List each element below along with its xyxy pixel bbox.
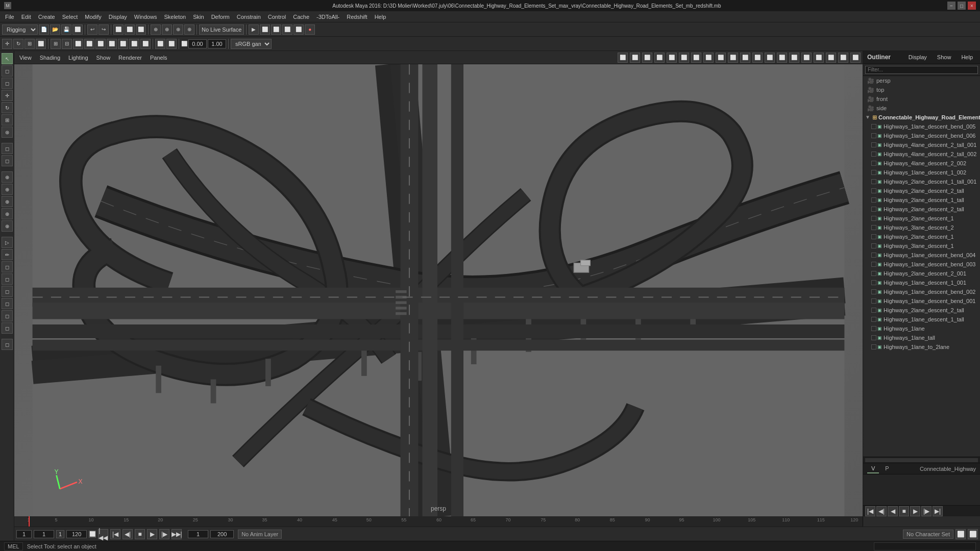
menu-display[interactable]: Display xyxy=(106,13,130,21)
arc-tool[interactable]: ◻ xyxy=(2,310,13,321)
show-manip[interactable]: ◻ xyxy=(2,155,13,166)
soft-sel[interactable]: ◻ xyxy=(2,143,13,154)
render4-btn[interactable]: ⬜ xyxy=(293,24,304,35)
menu-skeleton[interactable]: Skeleton xyxy=(161,13,189,21)
vp-icon10[interactable]: ⬜ xyxy=(728,53,738,63)
vp-menu-view[interactable]: View xyxy=(16,54,35,62)
menu-modify[interactable]: Modify xyxy=(82,13,104,21)
vp-menu-shading[interactable]: Shading xyxy=(37,54,63,62)
select-tool[interactable]: ↖ xyxy=(2,53,13,64)
outliner-item-12[interactable]: ▣ Highways_2lane_descent_1 xyxy=(863,232,980,241)
goto-start-btn[interactable]: |◀◀ xyxy=(98,529,108,539)
outliner-item-1[interactable]: ▣ Highways_1lane_descent_bend_006 xyxy=(863,131,980,140)
vis-btn-1[interactable] xyxy=(871,133,876,138)
outliner-item-14[interactable]: ▣ Highways_1lane_descent_bend_004 xyxy=(863,251,980,260)
vp-icon18[interactable]: ⬜ xyxy=(826,53,836,63)
vp-shaded-btn[interactable]: ⬜ xyxy=(73,39,83,49)
snap1-btn[interactable]: ⊕ xyxy=(151,24,161,35)
outliner-item-9[interactable]: ▣ Highways_2lane_descent_2_tall xyxy=(863,205,980,214)
vis-btn-3[interactable] xyxy=(871,152,876,157)
rotate-tool-btn[interactable]: ↻ xyxy=(13,39,23,49)
next-frame-btn[interactable]: |▶ xyxy=(921,506,932,516)
menu-deform[interactable]: Deform xyxy=(208,13,233,21)
command-input[interactable] xyxy=(874,542,976,550)
vp-pts-btn[interactable]: ⬜ xyxy=(107,39,117,49)
vis-btn-12[interactable] xyxy=(871,234,876,239)
vp-icon7[interactable]: ⬜ xyxy=(691,53,701,63)
start-frame-input[interactable] xyxy=(34,530,54,538)
prev-key-btn[interactable]: |◀ xyxy=(865,506,875,516)
snap4-btn[interactable]: ⊕ xyxy=(184,24,194,35)
menu-edit[interactable]: Edit xyxy=(18,13,34,21)
vp-icon5[interactable]: ⬜ xyxy=(667,53,677,63)
mel-indicator[interactable]: MEL xyxy=(4,542,23,550)
exposure-val[interactable] xyxy=(188,39,207,48)
vp-menu-renderer[interactable]: Renderer xyxy=(115,54,145,62)
vis-btn-20[interactable] xyxy=(871,308,876,313)
vp-icon3[interactable]: ⬜ xyxy=(642,53,652,63)
create-ep[interactable]: ◻ xyxy=(2,298,13,309)
save-as-btn[interactable]: ⬜ xyxy=(72,24,83,35)
minimize-btn[interactable]: − xyxy=(947,2,955,10)
maximize-btn[interactable]: □ xyxy=(958,2,966,10)
lasso-tool[interactable]: ◻ xyxy=(2,65,13,77)
vp-icon8[interactable]: ⬜ xyxy=(703,53,714,63)
vp-menu-show[interactable]: Show xyxy=(93,54,114,62)
vis-btn-13[interactable] xyxy=(871,243,876,248)
vis-btn-16[interactable] xyxy=(871,271,876,276)
outliner-item-19[interactable]: ▣ Highways_1lane_descent_bend_001 xyxy=(863,296,980,306)
close-btn[interactable]: × xyxy=(968,2,976,10)
paint-sel-tool[interactable]: ◻ xyxy=(2,78,13,89)
vp-menu-panels[interactable]: Panels xyxy=(147,54,170,62)
menu-cache[interactable]: Cache xyxy=(290,13,312,21)
snap-curve[interactable]: ⊕ xyxy=(2,184,13,195)
vis-btn-0[interactable] xyxy=(871,124,876,129)
render-btn[interactable]: ▶ xyxy=(249,24,259,35)
vp-ao-btn[interactable]: ⬜ xyxy=(140,39,151,49)
outliner-item-20[interactable]: ▣ Highways_2lane_descent_2_tall xyxy=(863,306,980,315)
menu-control[interactable]: Control xyxy=(265,13,289,21)
vp-layout-btn[interactable]: ⊞ xyxy=(51,39,61,49)
vp-icon9[interactable]: ⬜ xyxy=(716,53,726,63)
undo-btn[interactable]: ↩ xyxy=(87,24,97,35)
vp-icon12[interactable]: ⬜ xyxy=(752,53,763,63)
outliner-horizontal-scroll[interactable] xyxy=(865,458,978,462)
snap2-btn[interactable]: ⊕ xyxy=(162,24,172,35)
paint-effect[interactable]: ✏ xyxy=(2,249,13,260)
paint-btn[interactable]: ⬜ xyxy=(136,24,146,35)
outliner-item-16[interactable]: ▣ Highways_2lane_descent_2_001 xyxy=(863,269,980,278)
menu-3dtall[interactable]: -3DToAll- xyxy=(313,13,342,21)
outliner-search[interactable] xyxy=(865,66,978,74)
select-btn[interactable]: ⬜ xyxy=(113,24,124,35)
outliner-item-21[interactable]: ▣ Highways_1lane_descent_1_tall xyxy=(863,315,980,324)
outliner-cam-persp[interactable]: 🎥 persp xyxy=(863,76,980,85)
vp-icon17[interactable]: ⬜ xyxy=(814,53,824,63)
menu-select[interactable]: Select xyxy=(59,13,81,21)
vp-wire-btn[interactable]: ⬜ xyxy=(84,39,94,49)
open-file-btn[interactable]: 📂 xyxy=(50,24,60,35)
move-tool-btn[interactable]: ✛ xyxy=(2,39,12,49)
outliner-item-4[interactable]: ▣ Highways_4lane_descent_2_002 xyxy=(863,159,980,168)
gamma-val[interactable] xyxy=(208,39,226,48)
outliner-item-18[interactable]: ▣ Highways_1lane_descent_bend_002 xyxy=(863,287,980,296)
isolate-btn[interactable]: ⬜ xyxy=(155,39,165,49)
viewport-3d[interactable]: X Y persp xyxy=(14,64,863,516)
vp-icon6[interactable]: ⬜ xyxy=(679,53,689,63)
anim-start-input[interactable] xyxy=(188,530,208,538)
last-tool-btn[interactable]: ⬜ xyxy=(36,39,46,49)
outliner-item-11[interactable]: ▣ Highways_3lane_descent_2 xyxy=(863,223,980,232)
vp-icon11[interactable]: ⬜ xyxy=(740,53,750,63)
vis-btn-8[interactable] xyxy=(871,197,876,203)
next-key-btn[interactable]: ▶| xyxy=(933,506,943,516)
insert-knot[interactable]: ◻ xyxy=(2,322,13,334)
prev-frame-btn2[interactable]: ◀| xyxy=(122,529,133,539)
create-cv[interactable]: ◻ xyxy=(2,286,13,297)
vp-tex-btn[interactable]: ⬜ xyxy=(118,39,128,49)
outliner-item-23[interactable]: ▣ Highways_1lane_tall xyxy=(863,333,980,342)
outliner-item-17[interactable]: ▣ Highways_1lane_descent_1_001 xyxy=(863,278,980,287)
outliner-menu-show[interactable]: Show xyxy=(934,53,954,61)
vis-btn-11[interactable] xyxy=(871,225,876,230)
rotate-tool-left[interactable]: ↻ xyxy=(2,102,13,113)
vp-icon4[interactable]: ⬜ xyxy=(654,53,665,63)
vis-btn-23[interactable] xyxy=(871,335,876,340)
